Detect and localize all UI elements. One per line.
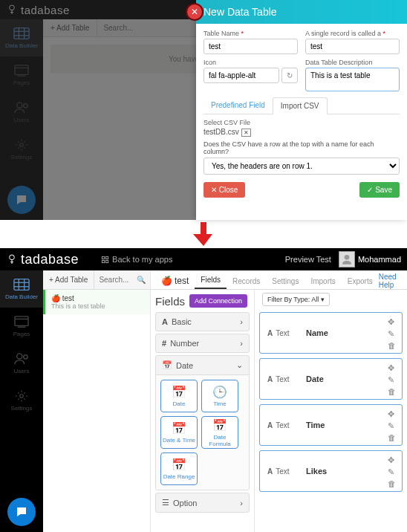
sidebar-item-pages[interactable]: Pages	[0, 308, 43, 345]
tab-predefined-field[interactable]: Predefined Field	[204, 97, 273, 114]
icon-input[interactable]	[204, 68, 279, 83]
icon-refresh-button[interactable]: ↻	[281, 68, 298, 83]
user-avatar[interactable]	[339, 251, 355, 267]
add-connection-button[interactable]: Add Connection	[189, 294, 247, 308]
accordion-number[interactable]: #Number›	[156, 334, 249, 352]
svg-rect-27	[15, 317, 28, 326]
svg-rect-22	[14, 279, 29, 291]
flow-arrow	[0, 220, 407, 248]
svg-point-30	[17, 354, 22, 359]
svg-rect-18	[105, 256, 108, 259]
field-card[interactable]: A TextTime✥✎🗑	[259, 404, 403, 446]
tab-imports[interactable]: Imports	[305, 273, 341, 289]
delete-icon[interactable]: 🗑	[388, 387, 396, 396]
tables-search-input[interactable]	[94, 276, 137, 284]
tab-import-csv[interactable]: Import CSV	[273, 97, 328, 114]
svg-point-13	[17, 103, 22, 108]
csv-file-display: testDB.csv ✕	[204, 128, 400, 136]
new-table-modal: ✕ New Data Table Table Name * A single r…	[196, 0, 407, 220]
edit-icon[interactable]: ✎	[388, 421, 396, 431]
move-icon[interactable]: ✥	[388, 455, 396, 465]
svg-rect-20	[105, 260, 108, 262]
field-name: Likes	[306, 467, 327, 476]
sidebar-item-users[interactable]: Users	[0, 94, 43, 131]
field-card[interactable]: A TextLikes✥✎🗑	[259, 450, 403, 492]
field-type-label: A Text	[267, 329, 306, 337]
field-name: Name	[306, 328, 328, 337]
delete-icon[interactable]: 🗑	[388, 341, 396, 350]
field-type-label: A Text	[267, 375, 306, 383]
bottom-header: tadabase Back to my apps Preview Test Mo…	[0, 248, 407, 270]
svg-point-14	[24, 104, 27, 108]
add-table-button[interactable]: + Add Table	[43, 19, 97, 36]
table-list-item[interactable]: 🍎 test This is a test table	[43, 290, 150, 314]
save-button[interactable]: ✓ Save	[359, 182, 400, 198]
table-name-label: Table Name *	[204, 30, 298, 37]
intercom-button[interactable]	[7, 186, 36, 214]
edit-icon[interactable]: ✎	[388, 467, 396, 477]
sidebar-item-settings[interactable]: Settings	[0, 131, 43, 168]
sidebar: Data Builder Pages Users Settings	[0, 270, 43, 532]
field-name: Date	[306, 374, 324, 383]
tab-settings[interactable]: Settings	[266, 273, 305, 289]
field-type-time[interactable]: 🕒Time	[201, 380, 238, 412]
edit-icon[interactable]: ✎	[388, 375, 396, 385]
svg-rect-5	[14, 28, 29, 39]
sidebar-item-users[interactable]: Users	[0, 345, 43, 382]
description-textarea[interactable]	[305, 68, 400, 91]
sidebar-item-data-builder[interactable]: Data Builder	[0, 270, 43, 308]
close-button[interactable]: ✕ Close	[204, 182, 245, 198]
logo: tadabase	[6, 252, 79, 267]
svg-point-31	[24, 355, 27, 359]
field-type-date[interactable]: 📅Date	[160, 380, 198, 412]
accordion-option[interactable]: ☰Option›	[156, 493, 249, 512]
delete-icon[interactable]: 🗑	[388, 433, 396, 442]
csv-header-select[interactable]: Yes, the headers are on row 1.	[204, 158, 400, 175]
sidebar: Data Builder Pages Users Settings	[0, 19, 43, 220]
search-icon: 🔍	[137, 276, 150, 284]
accordion-basic[interactable]: ABasic›	[156, 313, 249, 331]
need-help-link[interactable]: Need Help	[379, 273, 403, 289]
move-icon[interactable]: ✥	[388, 409, 396, 419]
chevron-right-icon: ›	[240, 499, 243, 507]
intercom-button[interactable]	[7, 498, 36, 526]
tab-fields[interactable]: Fields	[195, 272, 227, 289]
edit-icon[interactable]: ✎	[388, 329, 396, 339]
preview-link[interactable]: Preview Test	[285, 255, 331, 264]
svg-rect-19	[102, 260, 104, 262]
field-type-date-range[interactable]: 📅Date Range	[160, 452, 198, 485]
tab-exports[interactable]: Exports	[342, 273, 379, 289]
delete-icon[interactable]: 🗑	[388, 479, 396, 488]
field-type-label: A Text	[267, 467, 306, 476]
filter-by-type-dropdown[interactable]: Filter By Type: All ▾	[262, 293, 330, 306]
sidebar-item-settings[interactable]: Settings	[0, 382, 43, 419]
svg-rect-10	[15, 65, 28, 75]
svg-point-15	[20, 143, 24, 147]
tab-records[interactable]: Records	[227, 273, 266, 289]
field-type-date-formula[interactable]: 📅Date Formula	[201, 416, 238, 449]
field-card[interactable]: A TextName✥✎🗑	[259, 312, 403, 354]
add-table-button[interactable]: + Add Table	[43, 270, 94, 289]
modal-close-icon[interactable]: ✕	[186, 3, 204, 21]
move-icon[interactable]: ✥	[388, 363, 396, 373]
table-name-input[interactable]	[204, 39, 298, 54]
icon-label: Icon	[204, 59, 298, 66]
svg-rect-17	[102, 256, 104, 259]
tables-list-panel: + Add Table 🔍 🍎 test This is a test tabl…	[43, 270, 151, 532]
fields-title: Fields	[155, 295, 185, 308]
field-type-date---time[interactable]: 📅Date & Time	[160, 416, 198, 449]
table-item-name: 🍎 test	[51, 294, 144, 302]
field-card[interactable]: A TextDate✥✎🗑	[259, 358, 403, 400]
sidebar-item-data-builder[interactable]: Data Builder	[0, 19, 43, 56]
csv-header-question: Does the CSV have a row at the top with …	[204, 140, 400, 155]
field-name: Time	[306, 421, 325, 429]
field-type-label: A Text	[267, 421, 306, 429]
sidebar-item-pages[interactable]: Pages	[0, 56, 43, 94]
back-to-apps-link[interactable]: Back to my apps	[101, 255, 172, 264]
select-csv-label: Select CSV File	[204, 119, 400, 126]
single-record-input[interactable]	[305, 39, 400, 54]
table-editor-panel: 🍎test Fields Records Settings Imports Ex…	[151, 270, 407, 532]
remove-csv-icon[interactable]: ✕	[241, 129, 251, 137]
accordion-date[interactable]: 📅Date⌄	[156, 356, 249, 374]
move-icon[interactable]: ✥	[388, 317, 396, 327]
